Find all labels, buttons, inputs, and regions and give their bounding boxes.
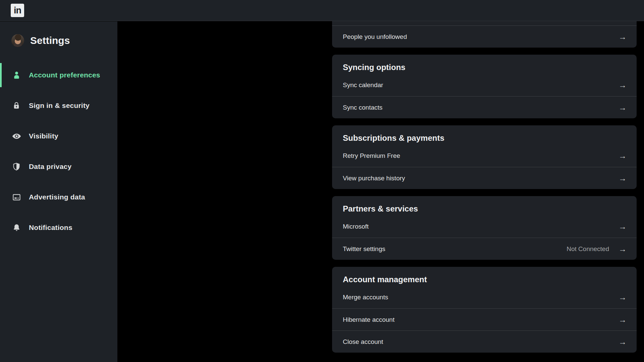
lock-icon bbox=[11, 101, 21, 110]
settings-row-retry-premium-free[interactable]: Retry Premium Free→ bbox=[332, 145, 637, 167]
settings-card-subscriptions-payments: Subscriptions & paymentsRetry Premium Fr… bbox=[332, 125, 637, 189]
settings-row-microsoft[interactable]: Microsoft→ bbox=[332, 216, 637, 238]
sidebar-item-label: Data privacy bbox=[29, 163, 71, 171]
eye-icon bbox=[11, 131, 21, 141]
arrow-right-icon: → bbox=[619, 174, 627, 182]
row-label: Merge accounts bbox=[343, 294, 388, 301]
row-label: Close account bbox=[343, 338, 383, 346]
settings-nav: Account preferences Sign in & security bbox=[0, 64, 117, 238]
card-title: Account management bbox=[332, 267, 637, 286]
sidebar-item-advertising-data[interactable]: Advertising data bbox=[0, 186, 117, 208]
row-label: Twitter settings bbox=[343, 245, 385, 253]
shield-icon bbox=[11, 162, 21, 171]
person-icon bbox=[11, 71, 21, 80]
row-trailing: Not Connected→ bbox=[567, 245, 627, 253]
sidebar-item-data-privacy[interactable]: Data privacy bbox=[0, 156, 117, 177]
row-trailing: → bbox=[619, 33, 627, 41]
top-nav-bar: in bbox=[0, 0, 644, 21]
card-title: Subscriptions & payments bbox=[332, 125, 637, 145]
row-trailing: → bbox=[619, 81, 627, 89]
ad-icon bbox=[11, 193, 21, 202]
clipped-row-remnant bbox=[332, 21, 637, 25]
sidebar-item-account-preferences[interactable]: Account preferences bbox=[0, 64, 117, 86]
row-trailing: → bbox=[619, 104, 627, 112]
status-badge: Not Connected bbox=[567, 245, 609, 253]
sidebar-item-label: Visibility bbox=[29, 132, 58, 140]
card-title: Partners & services bbox=[332, 196, 637, 216]
row-label: Sync calendar bbox=[343, 81, 383, 89]
arrow-right-icon: → bbox=[619, 223, 627, 231]
row-trailing: → bbox=[619, 174, 627, 182]
row-label: Retry Premium Free bbox=[343, 152, 400, 160]
settings-sidebar: Settings Account preferences Sign in bbox=[0, 21, 117, 362]
sidebar-item-label: Notifications bbox=[29, 224, 72, 232]
sidebar-header: Settings bbox=[0, 34, 117, 47]
arrow-right-icon: → bbox=[619, 33, 627, 41]
settings-row-merge-accounts[interactable]: Merge accounts→ bbox=[332, 286, 637, 308]
settings-card-clipped: People you unfollowed→ bbox=[332, 21, 637, 48]
settings-row-hibernate-account[interactable]: Hibernate account→ bbox=[332, 308, 637, 330]
row-trailing: → bbox=[619, 152, 627, 160]
arrow-right-icon: → bbox=[619, 81, 627, 89]
card-title: Syncing options bbox=[332, 55, 637, 74]
row-label: View purchase history bbox=[343, 175, 405, 182]
row-label: Microsoft bbox=[343, 223, 369, 230]
row-label: Hibernate account bbox=[343, 316, 394, 323]
settings-card-account-management: Account managementMerge accounts→Hiberna… bbox=[332, 267, 637, 353]
linkedin-logo-icon[interactable]: in bbox=[11, 4, 24, 17]
arrow-right-icon: → bbox=[619, 152, 627, 160]
row-trailing: → bbox=[619, 316, 627, 324]
sidebar-item-notifications[interactable]: Notifications bbox=[0, 217, 117, 238]
page-title: Settings bbox=[30, 35, 70, 46]
arrow-right-icon: → bbox=[619, 245, 627, 253]
settings-row-view-purchase-history[interactable]: View purchase history→ bbox=[332, 167, 637, 189]
settings-row-sync-calendar[interactable]: Sync calendar→ bbox=[332, 74, 637, 96]
sidebar-item-label: Advertising data bbox=[29, 193, 85, 201]
settings-row-twitter-settings[interactable]: Twitter settingsNot Connected→ bbox=[332, 238, 637, 260]
row-trailing: → bbox=[619, 293, 627, 301]
settings-row-people-you-unfollowed[interactable]: People you unfollowed→ bbox=[332, 25, 637, 48]
settings-row-sync-contacts[interactable]: Sync contacts→ bbox=[332, 96, 637, 118]
sidebar-item-label: Account preferences bbox=[29, 71, 100, 79]
avatar[interactable] bbox=[11, 34, 24, 47]
bell-icon bbox=[11, 223, 21, 232]
settings-card-syncing-options: Syncing optionsSync calendar→Sync contac… bbox=[332, 55, 637, 118]
row-trailing: → bbox=[619, 338, 627, 346]
settings-row-close-account[interactable]: Close account→ bbox=[332, 330, 637, 353]
sidebar-item-label: Sign in & security bbox=[29, 102, 90, 110]
sidebar-item-sign-in-security[interactable]: Sign in & security bbox=[0, 95, 117, 116]
arrow-right-icon: → bbox=[619, 316, 627, 324]
row-trailing: → bbox=[619, 223, 627, 231]
settings-card-partners-services: Partners & servicesMicrosoft→Twitter set… bbox=[332, 196, 637, 260]
row-label: People you unfollowed bbox=[343, 33, 407, 41]
arrow-right-icon: → bbox=[619, 104, 627, 112]
arrow-right-icon: → bbox=[619, 338, 627, 346]
arrow-right-icon: → bbox=[619, 293, 627, 301]
row-label: Sync contacts bbox=[343, 104, 382, 111]
settings-content: People you unfollowed→Syncing optionsSyn… bbox=[332, 21, 637, 360]
sidebar-item-visibility[interactable]: Visibility bbox=[0, 125, 117, 147]
